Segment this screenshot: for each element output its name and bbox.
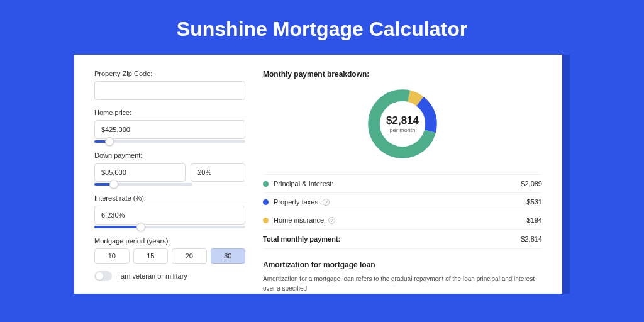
legend-row: Home insurance:?$194 bbox=[263, 211, 542, 229]
down-amount-input[interactable] bbox=[94, 163, 186, 182]
homeprice-slider-thumb[interactable] bbox=[105, 137, 114, 146]
page-title: Sunshine Mortgage Calculator bbox=[0, 0, 644, 55]
inputs-panel: Property Zip Code: Home price: Down paym… bbox=[94, 70, 245, 294]
legend-label: Property taxes:? bbox=[274, 198, 527, 206]
period-button-30[interactable]: 30 bbox=[211, 248, 246, 264]
amortization-title: Amortization for mortgage loan bbox=[263, 260, 542, 269]
donut-chart: $2,814 per month bbox=[365, 86, 440, 162]
donut-amount: $2,814 bbox=[386, 114, 419, 127]
period-label: Mortgage period (years): bbox=[94, 237, 245, 245]
rate-label: Interest rate (%): bbox=[94, 194, 245, 202]
breakdown-title: Monthly payment breakdown: bbox=[263, 70, 542, 79]
rate-slider-thumb[interactable] bbox=[136, 223, 145, 231]
homeprice-input[interactable] bbox=[94, 120, 245, 139]
card-shadow: Property Zip Code: Home price: Down paym… bbox=[74, 55, 570, 294]
legend-label: Principal & Interest: bbox=[274, 180, 521, 187]
down-percent-input[interactable] bbox=[191, 163, 245, 182]
period-button-15[interactable]: 15 bbox=[133, 248, 169, 264]
veteran-label: I am veteran or military bbox=[117, 272, 187, 280]
legend-dot-icon bbox=[263, 199, 269, 205]
amortization-section: Amortization for mortgage loan Amortizat… bbox=[263, 260, 542, 293]
legend-row: Property taxes:?$531 bbox=[263, 192, 542, 211]
down-field: Down payment: bbox=[94, 152, 245, 186]
donut-center: $2,814 per month bbox=[365, 86, 440, 162]
total-value: $2,814 bbox=[521, 235, 542, 243]
zip-input[interactable] bbox=[94, 81, 245, 100]
total-row: Total monthly payment: $2,814 bbox=[263, 229, 542, 249]
amortization-text: Amortization for a mortgage loan refers … bbox=[263, 274, 542, 293]
down-label: Down payment: bbox=[94, 152, 245, 159]
rate-field: Interest rate (%): bbox=[94, 194, 245, 228]
period-button-20[interactable]: 20 bbox=[172, 248, 207, 264]
legend-label: Home insurance:? bbox=[274, 216, 527, 224]
legend-value: $531 bbox=[527, 198, 542, 206]
zip-label: Property Zip Code: bbox=[94, 70, 245, 77]
legend-value: $2,089 bbox=[521, 180, 542, 187]
help-icon[interactable]: ? bbox=[323, 199, 330, 206]
down-slider-thumb[interactable] bbox=[109, 180, 118, 189]
legend: Principal & Interest:$2,089Property taxe… bbox=[263, 174, 542, 229]
homeprice-label: Home price: bbox=[94, 109, 245, 116]
legend-dot-icon bbox=[263, 181, 269, 187]
down-slider[interactable] bbox=[94, 183, 192, 186]
homeprice-slider[interactable] bbox=[94, 140, 245, 143]
homeprice-field: Home price: bbox=[94, 109, 245, 143]
veteran-toggle[interactable] bbox=[94, 271, 112, 281]
period-button-10[interactable]: 10 bbox=[94, 248, 130, 264]
zip-field: Property Zip Code: bbox=[94, 70, 245, 100]
veteran-toggle-knob bbox=[96, 272, 103, 280]
total-label: Total monthly payment: bbox=[263, 235, 521, 243]
donut-sub: per month bbox=[390, 127, 416, 133]
period-field: Mortgage period (years): 10152030 bbox=[94, 237, 245, 264]
breakdown-panel: Monthly payment breakdown: $2,814 per mo… bbox=[263, 70, 542, 294]
calculator-card: Property Zip Code: Home price: Down paym… bbox=[74, 55, 562, 294]
legend-dot-icon bbox=[263, 218, 269, 223]
legend-row: Principal & Interest:$2,089 bbox=[263, 174, 542, 192]
help-icon[interactable]: ? bbox=[328, 217, 335, 224]
rate-input[interactable] bbox=[94, 206, 245, 225]
donut-wrap: $2,814 per month bbox=[263, 84, 542, 169]
rate-slider[interactable] bbox=[94, 226, 245, 228]
legend-value: $194 bbox=[527, 216, 542, 224]
veteran-row: I am veteran or military bbox=[94, 271, 245, 281]
